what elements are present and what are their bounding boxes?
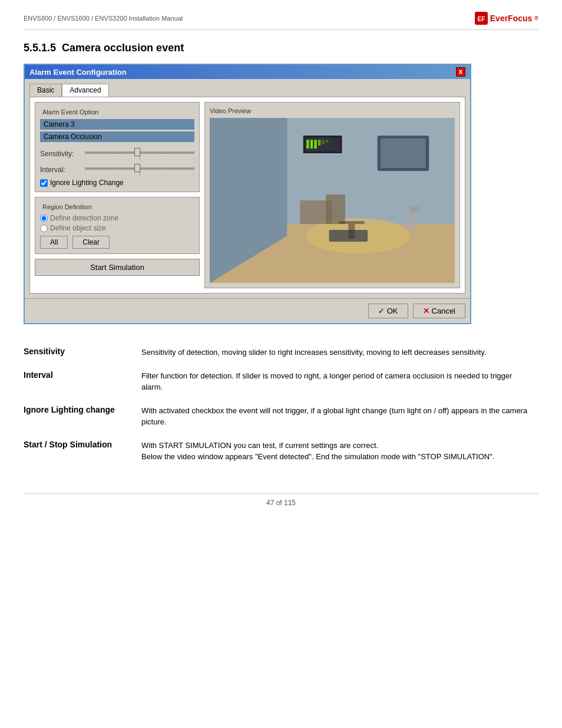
ok-icon: ✓ (378, 307, 385, 315)
region-definition-title: Region Definition (40, 203, 94, 210)
video-preview-title: Video Preview (210, 107, 455, 114)
dialog-footer: ✓ OK ✕ Cancel (25, 298, 470, 323)
cancel-button[interactable]: ✕ Cancel (413, 304, 465, 318)
definition-2: With activated checkbox the event will n… (141, 400, 538, 435)
start-simulation-button[interactable]: Start Simulation (35, 259, 200, 276)
interval-row: Interval: ..|.. (40, 163, 194, 176)
alarm-event-option-group: Alarm Event Option Camera 3 Camera Occlu… (35, 102, 200, 192)
ok-button[interactable]: ✓ OK (368, 304, 408, 318)
svg-rect-19 (326, 140, 328, 143)
everfocus-logo-icon: EF (475, 12, 488, 25)
page-number: 47 of 115 (266, 499, 296, 507)
clear-button[interactable]: Clear (72, 236, 110, 249)
occlusion-label: Camera Occlusion (40, 131, 194, 142)
sensitivity-row: Sensitivity: ..|.. (40, 147, 194, 160)
define-detection-zone-row: Define detection zone (40, 214, 194, 222)
svg-rect-14 (306, 140, 309, 149)
dialog-title: Alarm Event Configuration (29, 68, 127, 77)
svg-rect-16 (314, 140, 316, 149)
description-row-1: IntervalFilter function for detection. I… (24, 365, 538, 400)
alarm-event-dialog: Alarm Event Configuration X Basic Advanc… (24, 64, 471, 324)
svg-rect-18 (322, 140, 324, 144)
svg-rect-17 (318, 140, 320, 146)
define-detection-zone-label: Define detection zone (50, 214, 118, 222)
define-object-size-row: Define object size (40, 224, 194, 232)
description-row-0: SensitivitySensitivity of detection, mov… (24, 342, 538, 365)
svg-rect-11 (329, 230, 368, 242)
dialog-body: Basic Advanced Alarm Event Option Camera… (25, 79, 470, 298)
svg-text:EF: EF (477, 16, 485, 22)
ignore-lighting-row: Ignore Lighting Change (40, 179, 194, 187)
right-panel: Video Preview (204, 102, 460, 288)
interval-label: Interval: (40, 166, 81, 174)
region-definition-group: Region Definition Define detection zone … (35, 197, 200, 254)
interval-slider-container[interactable]: ..|.. (85, 163, 194, 176)
tab-advanced[interactable]: Advanced (62, 84, 108, 97)
all-button[interactable]: All (40, 236, 68, 249)
tab-bar: Basic Advanced (29, 84, 465, 97)
svg-rect-15 (310, 140, 313, 149)
alarm-event-option-title: Alarm Event Option (40, 108, 101, 116)
ignore-lighting-checkbox[interactable] (40, 179, 48, 187)
svg-rect-21 (403, 212, 416, 230)
video-preview-group: Video Preview (204, 102, 460, 288)
definition-0: Sensitivity of detection, moving slider … (141, 342, 538, 365)
video-preview-area (210, 118, 455, 283)
description-row-3: Start / Stop SimulationWith START SIMULA… (24, 435, 538, 470)
camera-scene-svg (210, 118, 455, 283)
dialog-titlebar: Alarm Event Configuration X (25, 65, 470, 79)
section-title: 5.5.1.5 Camera occlusion event (24, 42, 538, 54)
term-0: Sensitivity (24, 342, 141, 365)
ok-label: OK (387, 307, 398, 315)
tab-content: Alarm Event Option Camera 3 Camera Occlu… (29, 97, 465, 294)
page-footer: 47 of 115 (24, 493, 538, 507)
description-table: SensitivitySensitivity of detection, mov… (24, 342, 538, 470)
definition-3: With START SIMULATION you can test, if c… (141, 435, 538, 470)
define-object-size-radio[interactable] (40, 225, 48, 232)
svg-rect-24 (348, 224, 355, 239)
svg-rect-23 (339, 221, 365, 224)
svg-rect-10 (326, 195, 345, 224)
left-panel: Alarm Event Option Camera 3 Camera Occlu… (35, 102, 200, 288)
definition-1: Filter function for detection. If slider… (141, 365, 538, 400)
cancel-icon: ✕ (423, 307, 429, 315)
define-detection-zone-radio[interactable] (40, 215, 48, 222)
cancel-label: Cancel (432, 307, 455, 315)
svg-rect-8 (381, 139, 426, 168)
term-1: Interval (24, 365, 141, 400)
manual-title: ENVS800 / ENVS1600 / ENVS3200 Installati… (24, 15, 183, 22)
sensitivity-slider-container[interactable]: ..|.. (85, 147, 194, 160)
logo: EF EverFocus ® (475, 12, 538, 25)
region-btn-row: All Clear (40, 236, 194, 249)
tab-basic[interactable]: Basic (29, 84, 62, 97)
term-2: Ignore Lighting change (24, 400, 141, 435)
svg-rect-20 (330, 140, 332, 141)
dialog-close-button[interactable]: X (456, 67, 465, 77)
svg-rect-22 (409, 206, 419, 212)
define-object-size-label: Define object size (50, 224, 106, 232)
camera-label: Camera 3 (40, 119, 194, 130)
ignore-lighting-label: Ignore Lighting Change (50, 179, 124, 187)
term-3: Start / Stop Simulation (24, 435, 141, 470)
page-header: ENVS800 / ENVS1600 / ENVS3200 Installati… (24, 12, 538, 30)
description-row-2: Ignore Lighting changeWith activated che… (24, 400, 538, 435)
sensitivity-label: Sensitivity: (40, 150, 81, 158)
logo-text: EverFocus (490, 14, 533, 23)
